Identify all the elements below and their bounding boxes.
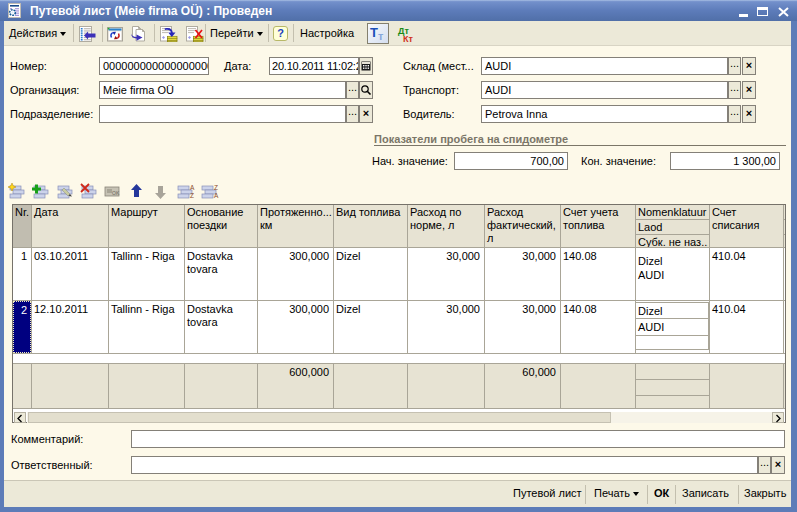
svg-text:A: A [190,184,195,191]
svg-text:Z: Z [214,184,218,191]
svg-text:Z: Z [190,192,194,199]
svg-text:OK: OK [112,190,120,196]
svg-text:A: A [214,192,219,199]
